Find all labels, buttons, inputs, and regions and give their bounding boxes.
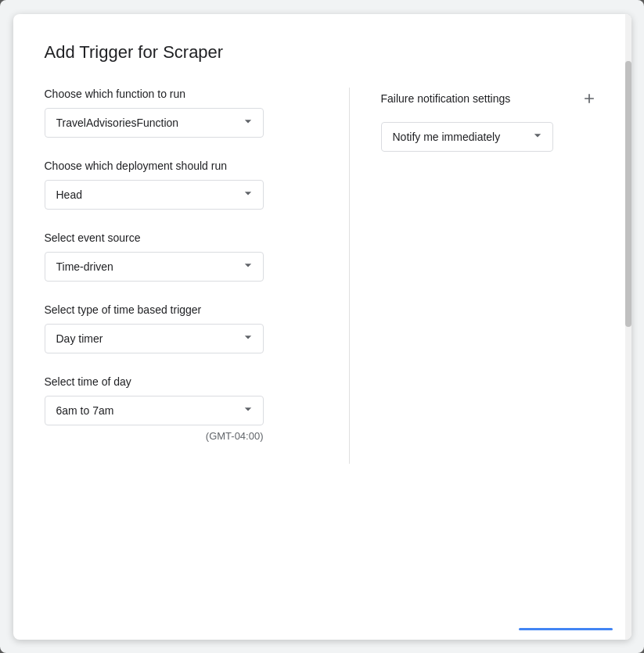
deployment-group: Choose which deployment should run Head xyxy=(45,160,318,210)
footer-progress-line xyxy=(519,628,613,630)
trigger-type-select-wrapper: Day timer xyxy=(45,324,264,353)
event-source-group: Select event source Time-driven xyxy=(45,231,318,282)
trigger-type-select[interactable]: Day timer xyxy=(45,324,264,353)
deployment-label: Choose which deployment should run xyxy=(45,160,318,172)
event-source-select-wrapper: Time-driven xyxy=(45,252,264,282)
notification-group: Notify me immediately xyxy=(381,122,600,152)
deployment-select-wrapper: Head xyxy=(45,180,264,210)
function-select[interactable]: TravelAdvisoriesFunction xyxy=(45,108,264,138)
scrollbar-thumb[interactable] xyxy=(625,61,631,327)
add-notification-button[interactable] xyxy=(578,88,600,109)
failure-notification-title: Failure notification settings xyxy=(381,92,511,105)
notification-select[interactable]: Notify me immediately xyxy=(381,122,553,152)
time-of-day-select[interactable]: 6am to 7am xyxy=(45,396,264,425)
modal-title: Add Trigger for Scraper xyxy=(45,42,600,63)
function-select-wrapper: TravelAdvisoriesFunction xyxy=(45,108,264,138)
modal: Add Trigger for Scraper Choose which fun… xyxy=(13,14,631,640)
notification-select-wrapper: Notify me immediately xyxy=(381,122,553,152)
plus-icon xyxy=(581,91,597,106)
function-label: Choose which function to run xyxy=(45,88,318,100)
modal-content[interactable]: Add Trigger for Scraper Choose which fun… xyxy=(13,14,631,640)
time-of-day-group: Select time of day 6am to 7am (GMT-04:00… xyxy=(45,375,318,442)
left-panel: Choose which function to run TravelAdvis… xyxy=(45,88,350,464)
scrollbar[interactable] xyxy=(625,14,631,640)
event-source-select[interactable]: Time-driven xyxy=(45,252,264,282)
modal-body: Choose which function to run TravelAdvis… xyxy=(45,88,600,464)
timezone-note: (GMT-04:00) xyxy=(45,430,264,442)
time-of-day-label: Select time of day xyxy=(45,375,318,388)
modal-container: Add Trigger for Scraper Choose which fun… xyxy=(0,0,644,653)
trigger-type-group: Select type of time based trigger Day ti… xyxy=(45,303,318,353)
failure-notification-header: Failure notification settings xyxy=(381,88,600,109)
time-of-day-select-wrapper: 6am to 7am xyxy=(45,396,264,425)
trigger-type-label: Select type of time based trigger xyxy=(45,303,318,316)
event-source-label: Select event source xyxy=(45,231,318,244)
deployment-select[interactable]: Head xyxy=(45,180,264,210)
function-group: Choose which function to run TravelAdvis… xyxy=(45,88,318,138)
right-panel: Failure notification settings Notify me … xyxy=(350,88,600,464)
